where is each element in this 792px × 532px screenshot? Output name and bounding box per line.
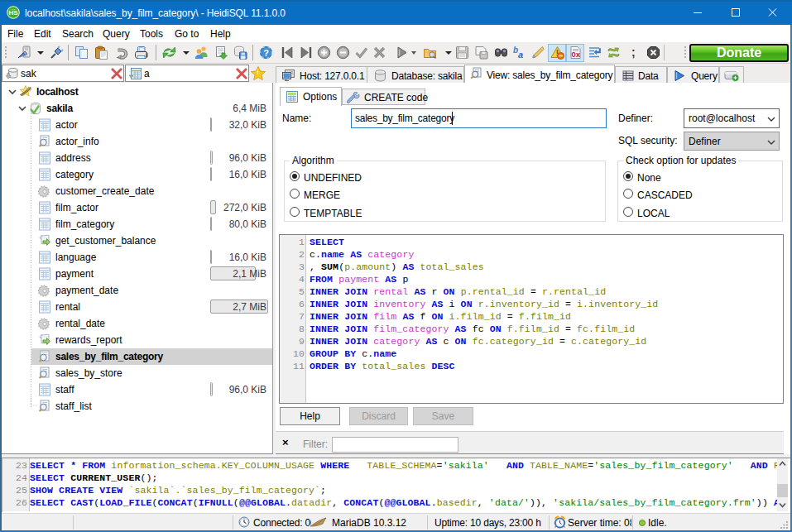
svg-text:;: ; xyxy=(631,46,636,59)
svg-text:0x: 0x xyxy=(571,50,580,59)
svg-text:a: a xyxy=(518,50,523,60)
svg-text:?: ? xyxy=(263,48,269,58)
svg-text:HS: HS xyxy=(8,9,18,17)
